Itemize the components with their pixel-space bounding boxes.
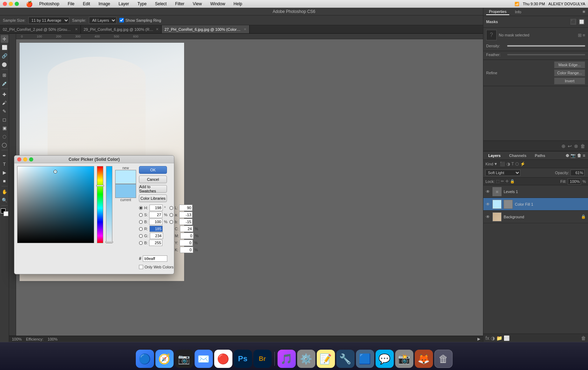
menu-edit[interactable]: Edit bbox=[81, 1, 92, 7]
menu-image[interactable]: Image bbox=[96, 1, 112, 7]
menu-file[interactable]: File bbox=[65, 1, 76, 7]
ok-button[interactable]: OK bbox=[139, 166, 167, 174]
dock-mail[interactable]: ✉️ bbox=[195, 350, 213, 368]
r-input[interactable] bbox=[149, 226, 163, 232]
layers-delete-icon[interactable]: 🗑 bbox=[581, 335, 586, 341]
show-sampling-ring-checkbox[interactable]: Show Sampling Ring bbox=[119, 18, 161, 22]
b-radio[interactable] bbox=[139, 220, 143, 224]
h-input[interactable] bbox=[149, 205, 163, 211]
filter-smart-icon[interactable]: ⚡ bbox=[520, 162, 525, 166]
menu-view[interactable]: View bbox=[191, 1, 204, 7]
apple-menu[interactable]: 🍎 bbox=[26, 1, 33, 7]
fill-input[interactable] bbox=[568, 178, 581, 185]
new-color-swatch[interactable] bbox=[115, 170, 136, 184]
type-tool[interactable]: T bbox=[1, 160, 8, 168]
mask-add-icon[interactable]: ⊞ bbox=[578, 33, 582, 38]
prop-icon-4[interactable]: 🗑 bbox=[580, 143, 585, 149]
hue-slider[interactable] bbox=[97, 166, 103, 243]
color-gradient-picker[interactable] bbox=[17, 166, 94, 243]
color-libraries-button[interactable]: Color Libraries bbox=[139, 194, 167, 202]
masks-pixel-icon[interactable]: ⬛ bbox=[570, 18, 577, 25]
layers-tab[interactable]: Layers bbox=[486, 153, 503, 158]
gradient-tool[interactable]: ▣ bbox=[1, 124, 8, 132]
b3-input[interactable] bbox=[179, 219, 192, 225]
sampling-ring-input[interactable] bbox=[119, 18, 124, 22]
dock-app3[interactable]: 🦊 bbox=[415, 350, 433, 368]
menu-help[interactable]: Help bbox=[231, 1, 244, 7]
mask-options-icon[interactable]: ≡ bbox=[582, 33, 585, 38]
path-select-tool[interactable]: ▶ bbox=[1, 169, 8, 176]
tab-3[interactable]: 27_PH_ComRet_6.jpg.jpg @ 100% (Color Fil… bbox=[162, 25, 250, 33]
close-button[interactable] bbox=[3, 2, 7, 6]
eyedropper-tool[interactable]: 💉 bbox=[1, 80, 8, 87]
properties-tab[interactable]: Properties bbox=[486, 9, 509, 15]
filter-pixel-icon[interactable]: ⬛ bbox=[500, 162, 505, 166]
l-radio[interactable] bbox=[169, 206, 173, 210]
layers-folder-icon[interactable]: 📁 bbox=[496, 335, 502, 341]
prop-icon-2[interactable]: ↩ bbox=[568, 143, 572, 149]
tab-1[interactable]: 02_PH_ComRet_2.psd @ 50% (Group 1, Layer… bbox=[0, 25, 81, 33]
menu-select[interactable]: Select bbox=[153, 1, 169, 7]
dock-bridge[interactable]: Br bbox=[253, 350, 272, 368]
mask-edge-button[interactable]: Mask Edge... bbox=[554, 61, 585, 68]
hex-input[interactable] bbox=[143, 255, 167, 262]
layers-menu-btn[interactable]: ≡ bbox=[583, 153, 585, 158]
g-input[interactable] bbox=[150, 233, 163, 239]
layers-camera-btn[interactable]: 📷 bbox=[570, 153, 576, 158]
prop-icon-3[interactable]: ⊗ bbox=[574, 143, 578, 149]
opacity-input[interactable] bbox=[570, 170, 584, 176]
menu-filter[interactable]: Filter bbox=[173, 1, 187, 7]
dock-trash[interactable]: 🗑 bbox=[434, 350, 453, 368]
b2-radio[interactable] bbox=[139, 241, 143, 245]
dock-app1[interactable]: 🔧 bbox=[336, 350, 355, 368]
add-to-swatches-button[interactable]: Add to Swatches bbox=[139, 185, 167, 193]
dock-chrome[interactable]: 🔴 bbox=[214, 350, 232, 368]
current-color-swatch[interactable] bbox=[115, 184, 136, 198]
dock-lightroom[interactable]: 📷 bbox=[175, 350, 193, 368]
maximize-button[interactable] bbox=[15, 2, 19, 6]
pen-tool[interactable]: ✒ bbox=[1, 152, 8, 159]
filter-adjust-icon[interactable]: ◑ bbox=[506, 162, 510, 166]
color-range-button[interactable]: Color Range... bbox=[554, 69, 585, 76]
cancel-button[interactable]: Cancel bbox=[139, 176, 167, 183]
dock-camera[interactable]: 📸 bbox=[395, 350, 413, 368]
sample-select[interactable]: All Layers bbox=[89, 17, 117, 24]
dialog-minimize[interactable] bbox=[23, 157, 27, 162]
dock-app2[interactable]: 🟦 bbox=[356, 350, 374, 368]
layers-add-btn[interactable]: ⊕ bbox=[566, 153, 569, 158]
channels-tab[interactable]: Channels bbox=[507, 153, 528, 158]
menu-window[interactable]: Window bbox=[208, 1, 227, 7]
layers-adjust-icon[interactable]: ◑ bbox=[491, 335, 495, 341]
quick-select-tool[interactable]: ⬤ bbox=[1, 60, 8, 68]
dock-notes[interactable]: 📝 bbox=[317, 350, 335, 368]
crop-tool[interactable]: ⊞ bbox=[1, 71, 8, 79]
tab-1-close[interactable]: ✕ bbox=[75, 27, 78, 31]
a-radio[interactable] bbox=[169, 213, 173, 217]
stamp-tool[interactable]: ✎ bbox=[1, 107, 8, 115]
lock-transparent-icon[interactable]: ⬚ bbox=[496, 179, 499, 184]
filter-shape-icon[interactable]: ⬡ bbox=[515, 162, 519, 166]
info-tab[interactable]: Info bbox=[512, 9, 524, 15]
tab-2-close[interactable]: ✕ bbox=[156, 27, 159, 31]
layer-row-levels[interactable]: 👁 ▣ Levels 1 bbox=[483, 185, 588, 198]
dock-safari[interactable]: 🧭 bbox=[155, 350, 174, 368]
move-tool[interactable]: ✛ bbox=[1, 35, 8, 43]
dodge-tool[interactable]: ◯ bbox=[1, 141, 8, 149]
filter-type-icon[interactable]: T bbox=[511, 162, 514, 166]
only-web-colors-checkbox[interactable] bbox=[139, 265, 143, 269]
invert-button[interactable]: Invert bbox=[554, 77, 585, 84]
marquee-tool[interactable]: ⬜ bbox=[1, 43, 8, 51]
properties-panel-menu[interactable]: ≡ bbox=[582, 9, 585, 14]
s-input[interactable] bbox=[149, 212, 162, 218]
layers-fx-icon[interactable]: fx bbox=[485, 335, 489, 341]
shape-tool[interactable]: ■ bbox=[1, 177, 8, 185]
lock-pixels-icon[interactable]: ✏ bbox=[501, 179, 504, 184]
y-input[interactable] bbox=[180, 240, 193, 246]
tab-3-close[interactable]: ✕ bbox=[244, 27, 246, 31]
layer-row-colorfill[interactable]: 👁 Color Fill 1 bbox=[483, 198, 588, 211]
blur-tool[interactable]: ◌ bbox=[1, 132, 8, 140]
dock-itunes[interactable]: 🎵 bbox=[278, 350, 296, 368]
minimize-button[interactable] bbox=[9, 2, 13, 6]
prop-icon-1[interactable]: ⊕ bbox=[561, 143, 566, 149]
s-radio[interactable] bbox=[139, 213, 143, 217]
